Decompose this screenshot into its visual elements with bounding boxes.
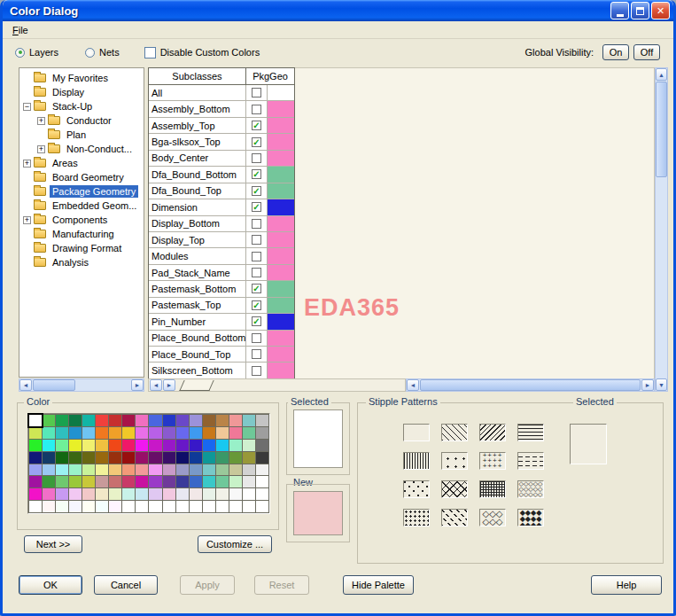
palette-color[interactable]: [203, 415, 215, 426]
palette-color[interactable]: [69, 501, 82, 512]
nets-radio[interactable]: Nets: [85, 47, 120, 58]
visibility-checkbox-checked[interactable]: ✓: [252, 137, 261, 147]
palette-color[interactable]: [43, 464, 55, 476]
palette-color[interactable]: [56, 440, 68, 451]
layer-color-swatch[interactable]: [268, 314, 294, 329]
palette-color[interactable]: [176, 427, 189, 439]
palette-color[interactable]: [29, 501, 42, 512]
subclass-name[interactable]: Modules: [149, 248, 246, 263]
tree-item-label[interactable]: Package Geometry: [50, 185, 138, 198]
tree-item[interactable]: +Areas: [19, 156, 144, 170]
palette-color[interactable]: [69, 452, 82, 464]
stipple-pattern-diagonal-backslash-lines[interactable]: [441, 424, 468, 441]
subclass-name[interactable]: Place_Bound_Bottom: [149, 331, 246, 346]
palette-color[interactable]: [122, 476, 135, 487]
stipple-pattern-dense-dots[interactable]: [403, 509, 430, 526]
subclass-name[interactable]: Silkscreen_Bottom: [149, 363, 246, 378]
subclass-name[interactable]: Dfa_Bound_Bottom: [149, 167, 246, 182]
palette-color[interactable]: [56, 464, 68, 476]
palette-color[interactable]: [243, 452, 255, 464]
tab-scroll-right-icon[interactable]: ►: [163, 379, 175, 391]
tree-item-label[interactable]: Drawing Format: [50, 242, 124, 254]
layer-color-swatch[interactable]: [268, 363, 294, 378]
subclass-name[interactable]: Pastemask_Bottom: [149, 281, 246, 296]
tree-item[interactable]: +Components: [19, 213, 144, 227]
palette-color[interactable]: [203, 427, 215, 439]
palette-color[interactable]: [82, 415, 95, 426]
subclass-name[interactable]: Assembly_Bottom: [149, 101, 246, 116]
visibility-checkbox-checked[interactable]: ✓: [252, 300, 261, 310]
stipple-pattern-horizontal-lines[interactable]: [517, 424, 544, 441]
palette-color[interactable]: [243, 488, 255, 500]
palette-color[interactable]: [190, 501, 202, 512]
palette-color[interactable]: [109, 427, 121, 439]
visibility-checkbox-checked[interactable]: ✓: [252, 316, 261, 326]
layer-color-swatch[interactable]: [268, 232, 294, 247]
layer-color-swatch[interactable]: [268, 134, 294, 149]
palette-color[interactable]: [96, 501, 108, 512]
layer-color-swatch[interactable]: [268, 85, 294, 100]
close-icon[interactable]: ✕: [651, 2, 670, 19]
palette-color[interactable]: [229, 488, 242, 500]
palette-color[interactable]: [56, 427, 68, 439]
scrollbar-thumb[interactable]: [33, 379, 75, 391]
maximize-icon[interactable]: [631, 2, 649, 19]
palette-color[interactable]: [29, 452, 42, 464]
tree-item-label[interactable]: My Favorites: [50, 72, 111, 84]
subclass-name[interactable]: Place_Bound_Top: [149, 347, 246, 362]
palette-color[interactable]: [82, 464, 95, 476]
tree-item-label[interactable]: Areas: [50, 157, 81, 169]
tree-item[interactable]: −Stack-Up: [19, 99, 144, 113]
visibility-cell[interactable]: [246, 101, 268, 116]
visibility-checkbox[interactable]: [252, 349, 261, 359]
tree-item-label[interactable]: Display: [50, 86, 87, 98]
palette-color[interactable]: [96, 427, 108, 439]
layer-color-swatch[interactable]: [268, 265, 294, 280]
expand-plus-icon[interactable]: +: [23, 160, 31, 168]
visibility-cell[interactable]: [246, 347, 268, 362]
layer-color-swatch[interactable]: [268, 248, 294, 263]
palette-color[interactable]: [69, 440, 82, 451]
visibility-cell[interactable]: ✓: [246, 134, 268, 149]
tree-item-label[interactable]: Embedded Geom...: [50, 199, 139, 212]
subclass-name[interactable]: Dfa_Bound_Top: [149, 183, 246, 199]
tree-item[interactable]: Analysis: [19, 255, 144, 269]
stipple-pattern-diagonal-dashes[interactable]: [441, 509, 468, 526]
scrollbar-track[interactable]: [656, 81, 667, 378]
visibility-checkbox[interactable]: [252, 333, 261, 343]
next-button[interactable]: Next >>: [24, 535, 82, 553]
palette-color[interactable]: [149, 488, 161, 500]
stipple-pattern-diamond-lattice[interactable]: [441, 480, 468, 498]
palette-color[interactable]: [229, 415, 242, 426]
subclass-name[interactable]: Dimension: [149, 199, 246, 214]
visibility-cell[interactable]: ✓: [246, 281, 268, 296]
palette-color[interactable]: [149, 452, 161, 464]
tree-item[interactable]: Drawing Format: [19, 241, 144, 255]
palette-color[interactable]: [149, 476, 161, 487]
palette-color[interactable]: [29, 464, 42, 476]
stipple-pattern-horizontal-dashes[interactable]: [517, 452, 544, 470]
visibility-checkbox[interactable]: [252, 252, 261, 261]
help-button[interactable]: Help: [591, 575, 662, 595]
palette-color[interactable]: [176, 452, 189, 464]
layer-color-swatch[interactable]: [268, 347, 294, 362]
palette-color[interactable]: [122, 501, 135, 512]
palette-color[interactable]: [216, 427, 229, 439]
palette-color[interactable]: [256, 427, 268, 439]
palette-color[interactable]: [122, 415, 135, 426]
visibility-cell[interactable]: [246, 232, 268, 247]
visibility-cell[interactable]: [246, 151, 268, 166]
layer-color-swatch[interactable]: [268, 331, 294, 346]
palette-color[interactable]: [136, 452, 148, 464]
stipple-pattern-vertical-lines[interactable]: [403, 452, 430, 470]
palette-color[interactable]: [243, 501, 255, 512]
palette-color[interactable]: [29, 427, 42, 439]
tree-item-label[interactable]: Board Geometry: [50, 171, 127, 183]
subclass-name[interactable]: Bga-slksox_Top: [149, 134, 246, 149]
palette-color[interactable]: [149, 427, 161, 439]
expand-plus-icon[interactable]: +: [37, 117, 45, 125]
tree-item[interactable]: Board Geometry: [19, 170, 144, 184]
layer-color-swatch[interactable]: [268, 167, 294, 182]
scroll-down-icon[interactable]: ▼: [656, 378, 667, 391]
palette-color[interactable]: [229, 476, 242, 487]
